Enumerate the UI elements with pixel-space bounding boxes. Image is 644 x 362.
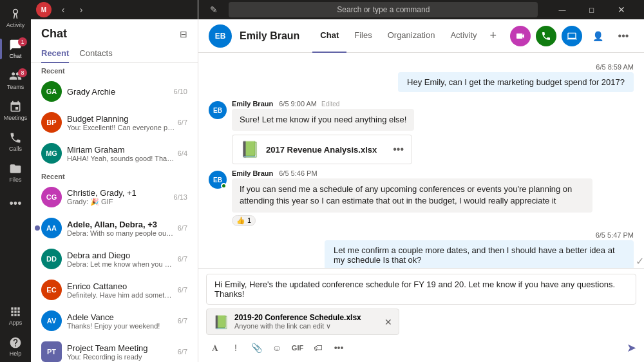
sidebar-item-calls[interactable]: Calls	[0, 126, 31, 157]
avatar-5: AA	[41, 218, 62, 238]
filter-icon[interactable]: ⊟	[180, 29, 187, 39]
participants-icon[interactable]: 👤	[587, 26, 608, 46]
chat-list-items: RecentGAGrady Archie6/10BPBudget Plannin…	[31, 63, 198, 362]
message-1-content: 6/5 8:59 AM Hey Emily, can I get the mar…	[398, 63, 634, 92]
chat-info-2: Budget PlanningYou: Excellent!! Can ever…	[67, 114, 175, 131]
message-group-3: EB Emily Braun 6/5 5:46 PM If you can se…	[209, 169, 634, 225]
file-attachment-1[interactable]: 📗 2017 Revenue Analysis.xlsx •••	[232, 135, 412, 164]
back-button[interactable]: ‹	[55, 2, 71, 17]
tab-organization[interactable]: Organization	[380, 19, 443, 53]
sidebar-item-help[interactable]: Help	[0, 331, 31, 362]
chat-name-7: Enrico Cattaneo	[67, 281, 175, 291]
close-button[interactable]: ✕	[607, 0, 636, 19]
chat-item-1[interactable]: GAGrady Archie6/10	[31, 76, 198, 107]
tab-recent[interactable]: Recent	[41, 43, 69, 63]
gif-button[interactable]: GIF	[289, 339, 307, 357]
more-options-button[interactable]: •••	[613, 26, 634, 46]
user-avatar[interactable]: M	[36, 2, 52, 17]
avatar-8: AV	[41, 310, 62, 331]
channel-avatar: EB	[209, 24, 232, 48]
emily-avatar-2: EB	[209, 171, 227, 189]
chat-name-1: Grady Archie	[67, 87, 171, 97]
unread-dot	[35, 225, 40, 231]
message-1-time: 6/5 8:59 AM	[398, 63, 634, 71]
chat-time-1: 6/10	[174, 88, 187, 95]
sticker-button[interactable]: 🏷	[309, 339, 327, 357]
chat-item-5[interactable]: AAAdele, Allan, Debra, +3Debra: With so …	[31, 213, 198, 243]
forward-button[interactable]: ›	[73, 2, 89, 17]
add-tab-button[interactable]: +	[485, 19, 502, 53]
message-2-bubble: Sure! Let me know if you need anything e…	[232, 109, 414, 131]
screen-share-button[interactable]	[562, 26, 582, 46]
chat-item-7[interactable]: ECEnrico CattaneoDefinitely. Have him ad…	[31, 274, 198, 305]
chat-preview-4: Grady: 🎉 GIF	[67, 198, 171, 206]
video-call-button[interactable]	[510, 26, 531, 46]
chat-list-header: Chat ⊟	[31, 19, 198, 41]
minimize-button[interactable]: —	[547, 0, 577, 19]
global-topbar: ✎ Search or type a command — ◻ ✕	[198, 0, 644, 19]
avatar-2: BP	[41, 112, 62, 133]
message-4-time: 6/5 5:47 PM	[325, 231, 634, 239]
channel-actions: 👤 •••	[510, 26, 634, 46]
attach-button[interactable]: 📎	[247, 339, 265, 357]
avatar-9: PT	[41, 341, 62, 362]
avatar-1: GA	[41, 81, 62, 102]
sidebar-item-more[interactable]: •••	[0, 188, 31, 219]
phone-call-button[interactable]	[536, 26, 556, 46]
message-3-content: Emily Braun 6/5 5:46 PM If you can send …	[232, 169, 592, 225]
chat-time-3: 6/4	[178, 149, 187, 157]
message-3-bubble: If you can send me a schedule of any upc…	[232, 178, 592, 212]
channel-header: EB Emily Braun Chat Files Organization A…	[198, 19, 644, 53]
sidebar-item-chat[interactable]: 1 Chat	[0, 33, 31, 64]
sidebar-item-meetings[interactable]: Meetings	[0, 95, 31, 126]
chat-badge: 1	[18, 37, 27, 46]
chat-time-8: 6/7	[178, 317, 187, 325]
search-placeholder: Search or type a command	[235, 5, 531, 14]
chat-item-4[interactable]: CGChristie, Grady, +1Grady: 🎉 GIF6/13	[31, 182, 198, 213]
chat-item-9[interactable]: PTProject Team MeetingYou: Recording is …	[31, 336, 198, 362]
send-button[interactable]: ➤	[627, 341, 636, 355]
tab-chat[interactable]: Chat	[312, 19, 346, 53]
avatar-3: MG	[41, 143, 62, 164]
chat-list-panel: M ‹ › Chat ⊟ Recent Contacts RecentGAGra…	[31, 0, 198, 362]
file-preview-info: 2019-20 Conference Schedule.xlsx Anyone …	[234, 313, 361, 330]
tab-activity[interactable]: Activity	[442, 19, 484, 53]
compose-icon[interactable]: ✎	[206, 2, 222, 17]
chat-name-4: Christie, Grady, +1	[67, 188, 171, 198]
sidebar-item-files[interactable]: Files	[0, 157, 31, 188]
chat-time-9: 6/7	[178, 348, 187, 356]
message-3-meta: Emily Braun 6/5 5:46 PM	[232, 169, 592, 177]
tab-files[interactable]: Files	[346, 19, 379, 53]
sidebar-item-teams[interactable]: 8 Teams	[0, 64, 31, 95]
chat-item-8[interactable]: AVAdele VanceThanks! Enjoy your weekend!…	[31, 305, 198, 336]
format-button[interactable]: 𝐀	[206, 339, 224, 357]
file-more-button[interactable]: •••	[393, 144, 404, 155]
remove-file-button[interactable]: ✕	[384, 317, 392, 327]
reaction-1[interactable]: 👍 1	[232, 215, 256, 226]
sidebar-item-apps[interactable]: Apps	[0, 300, 31, 331]
chat-item-3[interactable]: MGMiriam GrahamHAHA! Yeah, sounds good! …	[31, 138, 198, 169]
chat-time-4: 6/13	[174, 193, 187, 201]
more-tools-button[interactable]: •••	[330, 339, 348, 357]
avatar-6: DD	[41, 249, 62, 269]
sidebar-item-activity[interactable]: Activity	[0, 3, 31, 33]
chat-item-6[interactable]: DDDebra and DiegoDebra: Let me know when…	[31, 243, 198, 274]
important-button[interactable]: !	[227, 339, 245, 357]
chat-preview-7: Definitely. Have him add something to my…	[67, 291, 175, 299]
message-2-content: Emily Braun 6/5 9:00 AM Edited Sure! Let…	[232, 100, 414, 164]
composer-text[interactable]: Hi Emily, Here's the updated conference …	[206, 274, 636, 305]
file-name-1: 2017 Revenue Analysis.xlsx	[266, 145, 377, 155]
emoji-button[interactable]: ☺	[268, 339, 286, 357]
file-preview-sub[interactable]: Anyone with the link can edit ∨	[234, 322, 361, 330]
channel-name: Emily Braun	[240, 30, 299, 42]
chat-item-2[interactable]: BPBudget PlanningYou: Excellent!! Can ev…	[31, 107, 198, 138]
tab-contacts[interactable]: Contacts	[79, 43, 112, 63]
search-bar[interactable]: Search or type a command	[229, 2, 538, 17]
chat-time-2: 6/7	[178, 119, 187, 126]
maximize-button[interactable]: ◻	[577, 0, 607, 19]
teams-badge: 8	[18, 68, 27, 77]
chat-info-5: Adele, Allan, Debra, +3Debra: With so ma…	[67, 220, 175, 237]
avatar-4: CG	[41, 187, 62, 207]
read-receipt: ✓	[636, 255, 644, 267]
channel-tabs: Chat Files Organization Activity +	[312, 19, 502, 53]
